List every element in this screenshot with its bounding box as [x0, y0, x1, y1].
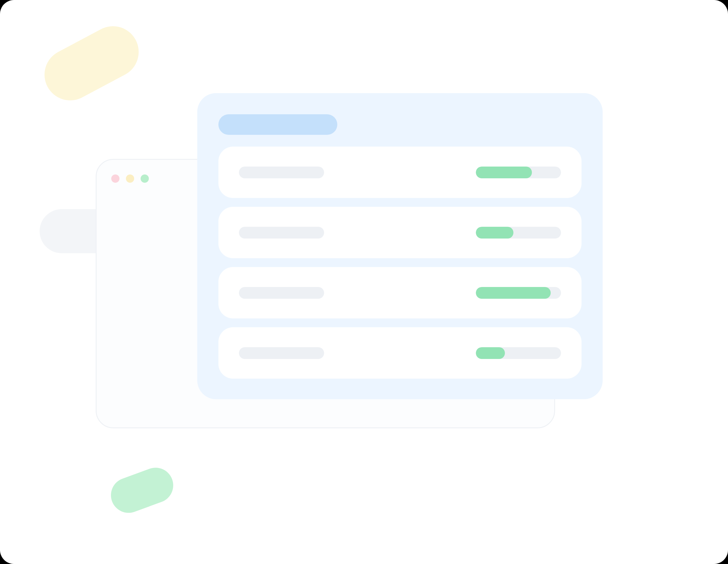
decorative-pill-yellow [36, 17, 148, 109]
illustration-canvas [0, 0, 728, 564]
progress-bar [476, 227, 561, 238]
progress-bar [476, 166, 561, 178]
progress-fill [476, 166, 532, 178]
minimize-icon[interactable] [126, 174, 134, 183]
item-label-placeholder [239, 227, 324, 238]
list-item [218, 267, 582, 319]
decorative-pill-green [106, 463, 178, 518]
item-label-placeholder [239, 166, 324, 178]
list-item [218, 146, 582, 198]
progress-fill [476, 227, 513, 238]
progress-panel [197, 93, 603, 399]
progress-bar [476, 347, 561, 359]
close-icon[interactable] [111, 174, 119, 183]
progress-fill [476, 287, 551, 299]
item-label-placeholder [239, 347, 324, 359]
panel-title-placeholder [218, 114, 337, 135]
progress-fill [476, 347, 505, 359]
progress-bar [476, 287, 561, 299]
window-controls [111, 174, 149, 183]
list-item [218, 327, 582, 379]
item-label-placeholder [239, 287, 324, 299]
zoom-icon[interactable] [141, 174, 149, 183]
list-item [218, 207, 582, 258]
